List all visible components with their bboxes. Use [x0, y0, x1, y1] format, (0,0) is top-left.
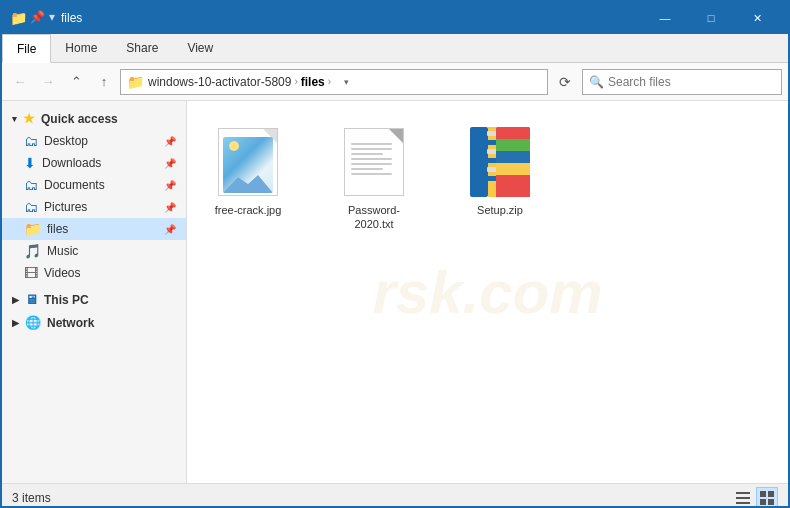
star-icon: ★: [23, 111, 35, 126]
sidebar-item-label-desktop: Desktop: [44, 134, 88, 148]
svg-rect-3: [487, 131, 497, 136]
svg-rect-29: [768, 499, 774, 505]
title-dropdown-icon: ▾: [49, 10, 55, 26]
jpg-icon-body: [223, 137, 273, 193]
content-area: rsk.com free-crack.jpg: [187, 101, 788, 483]
svg-rect-26: [760, 491, 766, 497]
tab-share[interactable]: Share: [112, 34, 173, 62]
jpg-icon-shape: [218, 128, 278, 196]
window-controls: — □ ✕: [642, 2, 780, 34]
jpg-file-name: free-crack.jpg: [215, 203, 282, 217]
address-dropdown-button[interactable]: ▾: [336, 77, 356, 87]
downloads-icon: ⬇: [24, 155, 36, 171]
txt-line-6: [351, 168, 383, 170]
sidebar-item-label-music: Music: [47, 244, 78, 258]
txt-line-3: [351, 153, 383, 155]
refresh-button[interactable]: ⟳: [552, 69, 578, 95]
network-expand-icon: ▶: [12, 318, 19, 328]
sidebar-section-this-pc[interactable]: ▶ 🖥 This PC: [2, 288, 186, 311]
search-box[interactable]: 🔍: [582, 69, 782, 95]
sidebar: ▾ ★ Quick access 🗂 Desktop 📌 ⬇ Downloads…: [2, 101, 187, 483]
sidebar-item-files[interactable]: 📁 files 📌: [2, 218, 186, 240]
ribbon-tabs: File Home Share View: [2, 34, 788, 62]
address-bar[interactable]: 📁 windows-10-activator-5809 › files › ▾: [120, 69, 548, 95]
sidebar-section-quick-access[interactable]: ▾ ★ Quick access: [2, 107, 186, 130]
pin-icon-files: 📌: [164, 224, 176, 235]
up-dropdown[interactable]: ⌃: [64, 70, 88, 94]
network-icon: 🌐: [25, 315, 41, 330]
status-bar: 3 items: [2, 483, 788, 508]
desktop-folder-icon: 🗂: [24, 133, 38, 149]
svg-rect-28: [760, 499, 766, 505]
sidebar-item-pictures[interactable]: 🗂 Pictures 📌: [2, 196, 186, 218]
zip-file-name: Setup.zip: [477, 203, 523, 217]
txt-lines: [351, 143, 397, 175]
this-pc-expand-icon: ▶: [12, 295, 19, 305]
tab-view[interactable]: View: [173, 34, 228, 62]
svg-rect-23: [736, 492, 750, 494]
svg-rect-7: [487, 167, 497, 172]
svg-rect-24: [736, 497, 750, 499]
view-buttons: [732, 487, 778, 509]
svg-rect-5: [487, 149, 497, 154]
txt-line-1: [351, 143, 392, 145]
sidebar-item-music[interactable]: 🎵 Music: [2, 240, 186, 262]
svg-rect-0: [470, 127, 488, 197]
crumb-current: files: [301, 75, 325, 89]
up-button[interactable]: ↑: [92, 70, 116, 94]
txt-line-2: [351, 148, 392, 150]
back-button[interactable]: ←: [8, 70, 32, 94]
tab-file[interactable]: File: [2, 34, 51, 63]
txt-line-5: [351, 163, 392, 165]
maximize-button[interactable]: □: [688, 2, 734, 34]
large-icons-view-icon: [759, 490, 775, 506]
sidebar-section-network[interactable]: ▶ 🌐 Network: [2, 311, 186, 334]
crumb-sep-1: ›: [294, 76, 297, 87]
search-input[interactable]: [608, 75, 775, 89]
list-view-button[interactable]: [732, 487, 754, 509]
tab-home[interactable]: Home: [51, 34, 112, 62]
this-pc-label: This PC: [44, 293, 89, 307]
file-item-jpg[interactable]: free-crack.jpg: [207, 121, 289, 223]
folder-icon-address: 📁: [127, 74, 144, 90]
search-icon: 🔍: [589, 75, 604, 89]
forward-button[interactable]: →: [36, 70, 60, 94]
sidebar-item-label-pictures: Pictures: [44, 200, 87, 214]
txt-corner: [389, 129, 403, 143]
music-icon: 🎵: [24, 243, 41, 259]
sidebar-item-downloads[interactable]: ⬇ Downloads 📌: [2, 152, 186, 174]
file-item-txt[interactable]: Password-2020.txt: [329, 121, 419, 238]
sidebar-item-documents[interactable]: 🗂 Documents 📌: [2, 174, 186, 196]
svg-rect-4: [487, 140, 497, 145]
svg-rect-27: [768, 491, 774, 497]
network-label: Network: [47, 316, 94, 330]
file-item-zip[interactable]: Setup.zip: [459, 121, 541, 223]
main-area: ▾ ★ Quick access 🗂 Desktop 📌 ⬇ Downloads…: [2, 101, 788, 483]
pin-icon-desktop: 📌: [164, 136, 176, 147]
txt-line-4: [351, 158, 392, 160]
minimize-button[interactable]: —: [642, 2, 688, 34]
pin-icon-pictures: 📌: [164, 202, 176, 213]
svg-rect-8: [487, 176, 497, 181]
crumb-parent[interactable]: windows-10-activator-5809: [148, 75, 291, 89]
pin-icon-documents: 📌: [164, 180, 176, 191]
close-button[interactable]: ✕: [734, 2, 780, 34]
quick-access-label: Quick access: [41, 112, 118, 126]
txt-file-icon: [339, 127, 409, 197]
status-count: 3 items: [12, 491, 51, 505]
sidebar-item-videos[interactable]: 🎞 Videos: [2, 262, 186, 284]
svg-rect-6: [487, 158, 497, 163]
title-bar-icons: 📁 📌 ▾: [10, 10, 55, 26]
svg-rect-22: [496, 127, 530, 197]
breadcrumb: windows-10-activator-5809 › files ›: [148, 75, 332, 89]
zip-icon-svg: [465, 127, 535, 197]
sidebar-item-label-files: files: [47, 222, 68, 236]
sidebar-item-desktop[interactable]: 🗂 Desktop 📌: [2, 130, 186, 152]
files-folder-icon: 📁: [24, 221, 41, 237]
jpg-mountain: [223, 171, 273, 193]
videos-icon: 🎞: [24, 265, 38, 281]
large-icons-view-button[interactable]: [756, 487, 778, 509]
sidebar-item-label-documents: Documents: [44, 178, 105, 192]
list-view-icon: [735, 490, 751, 506]
documents-icon: 🗂: [24, 177, 38, 193]
